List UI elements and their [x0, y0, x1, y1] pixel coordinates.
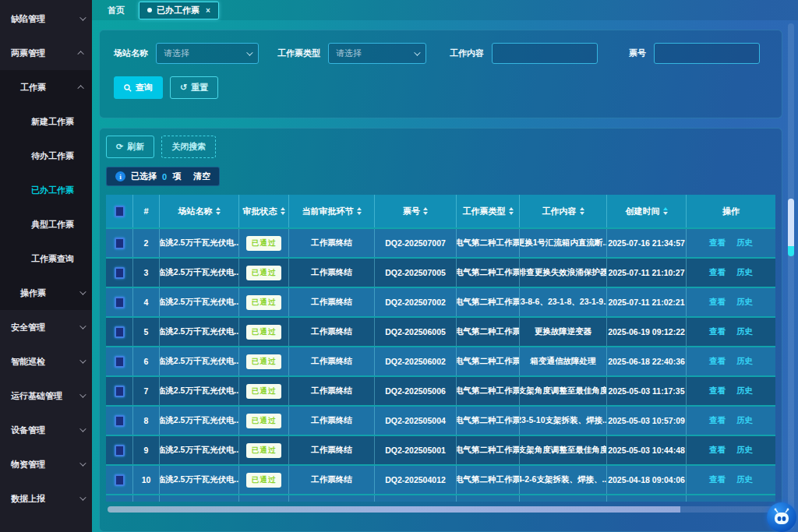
selected-count: 0 [162, 172, 167, 181]
row-checkbox[interactable] [115, 297, 125, 308]
sidebar-item-equipment-mgmt[interactable]: 设备管理 [0, 413, 92, 447]
sidebar-item-material-mgmt[interactable]: 物资管理 [0, 447, 92, 481]
sidebar: 缺陷管理 两票管理 工作票 新建工作票 待办工作票 已办工作票 典型工作票 工作… [0, 0, 92, 532]
view-link[interactable]: 查看 [709, 386, 726, 396]
sidebar-item-typical-work-ticket[interactable]: 典型工作票 [0, 207, 92, 241]
work-content: 4-2-6支架拆装、焊接、... [520, 466, 607, 494]
tab-bar: 首页 已办工作票 × [92, 0, 798, 20]
sidebar-item-operation-ticket[interactable]: 操作票 [0, 276, 92, 310]
chevron-down-icon [246, 49, 252, 55]
header-label: 票号 [403, 206, 420, 217]
sidebar-item-safety-mgmt[interactable]: 安全管理 [0, 310, 92, 344]
ticket-number: DQ2-202507005 [375, 259, 457, 287]
refresh-icon: ⟳ [116, 143, 123, 151]
view-link[interactable]: 查看 [709, 445, 726, 456]
sort-icon[interactable] [216, 207, 221, 215]
sort-icon[interactable] [580, 207, 584, 215]
sidebar-item-new-work-ticket[interactable]: 新建工作票 [0, 104, 92, 139]
select-all-checkbox[interactable] [115, 206, 125, 217]
ticket-type-select[interactable]: 请选择 [328, 43, 426, 64]
view-link[interactable]: 查看 [709, 238, 726, 248]
history-link[interactable]: 历史 [736, 386, 753, 396]
ticket-no-input[interactable] [654, 43, 760, 64]
ticket-type: 电气第二种工作票 [457, 407, 520, 435]
view-link[interactable]: 查看 [709, 356, 726, 367]
search-icon [124, 84, 132, 92]
history-link[interactable]: 历史 [736, 326, 753, 337]
header-label: 创建时间 [626, 206, 660, 217]
created-time: 2025-07-11 21:10:27 [607, 259, 687, 287]
header-content[interactable]: 工作内容 [520, 195, 607, 227]
refresh-button[interactable]: ⟳ 刷新 [106, 136, 154, 158]
vertical-scrollbar-track[interactable] [788, 23, 794, 529]
robot-face-icon [772, 507, 792, 527]
sort-icon[interactable] [357, 207, 362, 215]
created-time: 2025-05-03 10:57:09 [607, 407, 687, 435]
view-link[interactable]: 查看 [709, 297, 726, 308]
view-link[interactable]: 查看 [709, 415, 726, 426]
view-link[interactable]: 查看 [709, 267, 726, 278]
header-step[interactable]: 当前审批环节 [289, 195, 375, 227]
history-link[interactable]: 历史 [736, 445, 753, 456]
view-link[interactable]: 查看 [709, 474, 726, 485]
row-checkbox[interactable] [115, 356, 125, 368]
header-type[interactable]: 工作票类型 [457, 195, 520, 227]
row-checkbox[interactable] [115, 238, 125, 249]
sort-icon[interactable] [663, 207, 668, 215]
history-link[interactable]: 历史 [736, 267, 753, 278]
row-checkbox[interactable] [115, 267, 125, 279]
vertical-scrollbar-thumb[interactable] [788, 199, 794, 256]
main-area: 首页 已办工作票 × 场站名称 请选择 工作票类型 请选择 工作内容 [92, 0, 798, 532]
horizontal-scrollbar[interactable] [108, 506, 774, 513]
history-link[interactable]: 历史 [736, 415, 753, 426]
header-ticket-no[interactable]: 票号 [375, 195, 457, 227]
row-checkbox[interactable] [115, 326, 125, 338]
row-checkbox[interactable] [115, 445, 125, 456]
operations-cell: 查看历史 [687, 288, 775, 316]
view-link[interactable]: 查看 [709, 326, 726, 337]
row-checkbox[interactable] [115, 386, 125, 397]
header-created[interactable]: 创建时间 [607, 195, 687, 227]
sidebar-item-pending-work-ticket[interactable]: 待办工作票 [0, 139, 92, 173]
sidebar-item-defect-mgmt[interactable]: 缺陷管理 [0, 2, 92, 36]
close-search-button[interactable]: 关闭搜索 [161, 136, 216, 158]
row-checkbox[interactable] [115, 415, 125, 427]
selected-suffix: 项 [172, 171, 181, 182]
chevron-down-icon [79, 425, 86, 432]
sidebar-item-work-ticket[interactable]: 工作票 [0, 70, 92, 104]
header-status[interactable]: 审批状态 [239, 195, 289, 227]
approval-step: 工作票终结 [289, 377, 375, 405]
clear-selection-link[interactable]: 清空 [193, 171, 210, 182]
tab-close-icon[interactable]: × [206, 6, 210, 15]
query-button[interactable]: 查询 [114, 76, 163, 99]
history-link[interactable]: 历史 [736, 238, 753, 248]
sidebar-item-data-report[interactable]: 数据上报 [0, 481, 92, 516]
history-link[interactable]: 历史 [736, 297, 753, 308]
station-select[interactable]: 请选择 [156, 43, 259, 64]
sidebar-item-work-ticket-query[interactable]: 工作票查询 [0, 241, 92, 276]
history-link[interactable]: 历史 [736, 356, 753, 367]
sidebar-item-done-work-ticket[interactable]: 已办工作票 [0, 173, 92, 207]
header-label: 当前审批环节 [302, 206, 354, 217]
assistant-robot-icon[interactable] [767, 502, 796, 532]
row-checkbox[interactable] [115, 474, 125, 486]
ticket-type: 电气第二种工作票 [457, 288, 520, 316]
reset-button[interactable]: ↺ 重置 [170, 76, 218, 99]
tab-done-work-ticket[interactable]: 已办工作票 × [139, 2, 219, 19]
sort-icon[interactable] [281, 207, 285, 215]
tab-home[interactable]: 首页 [101, 2, 131, 19]
status-badge: 已通过 [246, 414, 282, 428]
status-cell: 已通过 [239, 407, 289, 435]
work-content-input[interactable] [492, 43, 598, 64]
sidebar-submenu: 工作票 新建工作票 待办工作票 已办工作票 典型工作票 工作票查询 操作票 [0, 70, 92, 310]
operations-cell: 查看历史 [687, 347, 775, 375]
work-content: 排查更换失效浪涌保护器 [520, 259, 607, 287]
history-link[interactable]: 历史 [736, 474, 753, 485]
sidebar-item-label: 两票管理 [11, 48, 79, 59]
sidebar-item-operation-basic-mgmt[interactable]: 运行基础管理 [0, 379, 92, 413]
sidebar-item-two-ticket-mgmt[interactable]: 两票管理 [0, 36, 92, 70]
header-station[interactable]: 场站名称 [160, 195, 239, 227]
sort-icon[interactable] [509, 207, 514, 215]
sort-icon[interactable] [423, 207, 428, 215]
sidebar-item-smart-inspection[interactable]: 智能巡检 [0, 344, 92, 379]
